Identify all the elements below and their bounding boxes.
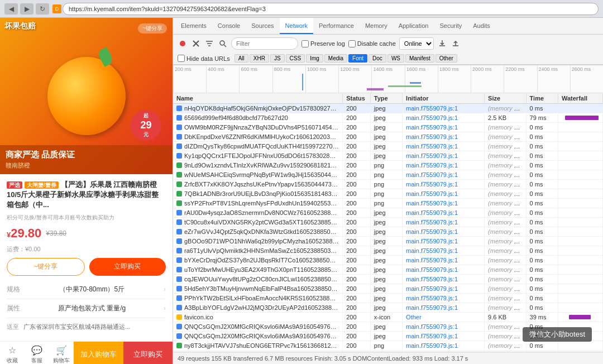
preserve-log-checkbox[interactable] — [302, 40, 309, 47]
table-row[interactable]: rAU0Dw4ysqzJaO8SznermrnDv8N0CWz761605238… — [173, 208, 603, 218]
filter-button[interactable] — [204, 39, 214, 49]
table-row[interactable]: tC90cu8x4uiVDXNG5RKy2ptCWGd3a5XT16052388… — [173, 218, 603, 227]
tab-memory[interactable]: Memory — [360, 18, 393, 34]
col-header-size[interactable]: Size — [485, 93, 527, 104]
tab-elements[interactable]: Elements — [175, 18, 212, 34]
table-row[interactable]: Ky1qpQQCrx1FTEJOpolJFFNnxU05dDO6t1578302… — [173, 151, 603, 161]
col-header-time[interactable]: Time — [526, 93, 558, 104]
filter-tag-xhr[interactable]: XHR — [250, 54, 269, 63]
search-button[interactable] — [218, 39, 228, 49]
filter-tag-other[interactable]: Other — [436, 54, 457, 63]
attr-row[interactable]: 属性 原产地包装方式 重量/g › — [7, 299, 166, 318]
back-button[interactable]: ◀ — [4, 3, 18, 15]
disable-cache-label[interactable]: Disable cache — [348, 40, 396, 47]
cell-type: jpeg — [370, 113, 402, 123]
table-row[interactable]: ssYP2FhxPT8V1ShLqremNysFPdUxdhUn15940255… — [173, 199, 603, 208]
table-row[interactable]: 7QBk1ADNBr3rorU9UEjLBvD3nqPjKio015635181… — [173, 189, 603, 199]
forward-button[interactable]: ▶ — [20, 3, 34, 15]
record-button[interactable] — [178, 39, 188, 49]
filter-tag-doc[interactable]: Doc — [368, 54, 386, 63]
tab-network[interactable]: Network — [280, 18, 313, 34]
filter-tag-img[interactable]: Img — [306, 54, 323, 63]
table-row[interactable]: wNUeMSAHCEiqSvrmqPNqBytFW1w9qJHj15635044… — [173, 170, 603, 180]
tab-security[interactable]: Security — [434, 18, 467, 34]
summary-text: 49 requests 155 KB transferred 6.7 MB re… — [178, 355, 468, 362]
cell-initiator: main.f7559079.js:1 — [403, 246, 485, 256]
hide-data-urls-label[interactable]: Hide data URLs — [178, 55, 230, 62]
table-row[interactable]: cqJEWOUuiYwyv8tUPg2zOC80cnJlCLwI16052388… — [173, 275, 603, 284]
filter-tag-css[interactable]: CSS — [286, 54, 305, 63]
col-header-waterfall[interactable]: Waterfall — [558, 93, 603, 104]
table-row[interactable]: ra6T1yUlvVpQlvmiktk2HHNSmMaSwZc160523885… — [173, 246, 603, 256]
filter-tag-all[interactable]: All — [234, 54, 248, 63]
cell-initiator: main.f7559079.js:1 — [403, 227, 485, 237]
filter-tag-ws[interactable]: WS — [387, 54, 404, 63]
cell-size: 2.5 KB — [485, 113, 527, 123]
cell-type: jpeg — [370, 218, 402, 227]
table-row[interactable]: ny8T3ckjjHTAVVJ7shuEONG6ETRPvc7k15613668… — [173, 341, 603, 351]
table-row[interactable]: ZrfcBXT7xKK8OYJqszhsUKePtnvYpapv15635044… — [173, 180, 603, 189]
tick-2200: 2200 ms — [504, 65, 537, 93]
table-row[interactable]: OWM9bM0RZF9jjNnzaZYBqN3DuDVhs4P516071454… — [173, 123, 603, 132]
table-row[interactable]: A3BpLibYOFLdgV2wHJ2jMQ3Dr2UEyAP2d1605238… — [173, 303, 603, 313]
cell-waterfall — [558, 189, 603, 199]
filter-tag-font[interactable]: Font — [348, 54, 367, 63]
nav-service[interactable]: 💬 客服 — [25, 342, 49, 364]
preserve-log-label[interactable]: Preserve log — [302, 40, 345, 47]
cell-size: (memory cache) — [485, 199, 527, 208]
cell-size: (memory cache) — [485, 265, 527, 275]
url-bar[interactable]: https://m.kyemall.com/item?skuld=1327094… — [63, 3, 599, 15]
table-row[interactable]: uToYf2bvrMwUHEyu3EA2X49ThGX0pnT116052388… — [173, 265, 603, 275]
col-header-status[interactable]: Status — [343, 93, 371, 104]
network-status-select[interactable]: Online — [399, 37, 434, 50]
table-row[interactable]: 65696d999ef94f6d80dbcfd77b627d20200jpegm… — [173, 113, 603, 123]
export-button[interactable] — [451, 39, 461, 49]
disable-cache-checkbox[interactable] — [348, 40, 356, 47]
reload-button[interactable]: ↻ — [36, 3, 49, 15]
devtools-panel: Elements Console Sources Network Perform… — [173, 18, 603, 364]
table-row[interactable]: bYXeCrDrqjOdZS37y8n2UJBqsRkIT7Co16052388… — [173, 256, 603, 265]
cell-waterfall — [558, 294, 603, 303]
add-cart-button[interactable]: 加入购物车 — [74, 342, 123, 364]
spec-row[interactable]: 规格 （中果70-80mm）5斤 › — [7, 280, 166, 299]
table-row[interactable]: DbKEnpdDxeV6ZZNfR6dKiMMlHUykoCr160612020… — [173, 132, 603, 142]
tab-area: D https://m.kyemall.com/item?skuld=13270… — [52, 3, 599, 15]
filter-tag-js[interactable]: JS — [270, 54, 285, 63]
share-button[interactable]: ~键分享 — [138, 23, 167, 33]
filter-tag-manifest[interactable]: Manifest — [405, 54, 434, 63]
table-row[interactable]: 9nLd9Ow1xzndvLTlnIzXvKRlWAZu9vv159290681… — [173, 161, 603, 170]
col-header-type[interactable]: Type — [370, 93, 402, 104]
col-header-name[interactable]: Name — [173, 93, 343, 104]
table-row[interactable]: nHqOYDK8dqHaf5OkjG6NmkjOxkeOjPDv15783092… — [173, 104, 603, 113]
filter-input[interactable] — [231, 37, 298, 50]
hide-data-urls-checkbox[interactable] — [178, 55, 185, 62]
nav-collect[interactable]: ☆ 收藏 — [0, 342, 25, 364]
cell-name: 9nLd9Ow1xzndvLTlnIzXvKRlWAZu9vv159290681… — [173, 161, 343, 170]
tab-audits[interactable]: Audits — [467, 18, 496, 34]
cell-waterfall — [558, 218, 603, 227]
import-button[interactable] — [437, 39, 447, 49]
nav-cart[interactable]: 🛒 购物车 — [49, 342, 74, 364]
tab-sources[interactable]: Sources — [246, 18, 279, 34]
table-row[interactable]: 5Hd5ehY3bTMuyHjnvwmNqElbFalP4Bsa16052388… — [173, 284, 603, 294]
filter-tag-media[interactable]: Media — [324, 54, 347, 63]
buy-button[interactable]: 立即购买 — [89, 258, 166, 276]
cell-initiator: main.f7559079.js:1 — [403, 199, 485, 208]
cell-name: ny8T3ckjjHTAVVJ7shuEONG6ETRPvc7k15613668… — [173, 341, 343, 351]
network-table-wrapper[interactable]: Name Status Type Initiator Size Time Wat… — [173, 93, 603, 352]
product-title: 严选大闸蟹/蟹券【严选】乐果晟 江西赣南脐橙10/5斤大果橙子新鲜水果应季冰糖手… — [7, 180, 166, 210]
share-action-button[interactable]: ~键分享 — [7, 258, 85, 276]
cell-time: 0 ms — [526, 246, 558, 256]
table-row[interactable]: dIZDmQysTky86cpwdMUATFQcdUuKTH4f15997227… — [173, 142, 603, 151]
tab-console[interactable]: Console — [212, 18, 246, 34]
table-row[interactable]: gBOOo9D71WPO1NhWa6q2b99ylpCMyzha16052388… — [173, 237, 603, 246]
table-row[interactable]: PPhYkTW2bEtSlLxHFboaEmAoccN4KR5S16052388… — [173, 294, 603, 303]
tab-application[interactable]: Application — [393, 18, 434, 34]
col-header-initiator[interactable]: Initiator — [403, 93, 485, 104]
clear-button[interactable] — [191, 39, 201, 49]
buy-now-button[interactable]: 立即购买 — [123, 342, 173, 364]
table-row[interactable]: favicon.ico200x-iconOther9.6 KB39 ms — [173, 313, 603, 322]
table-row[interactable]: eZr7wGVvJ4QptZ5qkQxDNKfa3WtzGtkd16052388… — [173, 227, 603, 237]
tab-performance[interactable]: Performance — [313, 18, 360, 34]
bottom-nav: ☆ 收藏 💬 客服 🛒 购物车 加入购物车 立即购买 — [0, 341, 173, 364]
